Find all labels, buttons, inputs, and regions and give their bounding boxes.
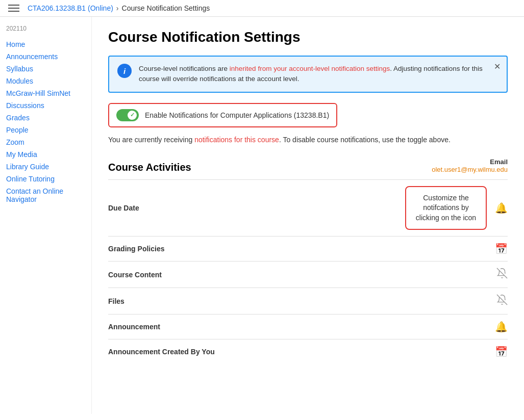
main-layout: 202110 HomeAnnouncementsSyllabusModulesM… <box>0 17 524 414</box>
breadcrumb-course-link[interactable]: CTA206.13238.B1 (Online) <box>28 4 113 12</box>
svg-line-0 <box>497 268 507 278</box>
callout-box: Customize the notifcations by clicking o… <box>405 186 487 230</box>
activity-name: Course Content <box>108 271 162 279</box>
banner-text: Course-level notifications are inherited… <box>139 64 498 85</box>
status-text: You are currently receiving notification… <box>108 135 508 145</box>
breadcrumb: CTA206.13238.B1 (Online) › Course Notifi… <box>28 4 210 12</box>
status-text-highlight: notifications for this course <box>194 136 279 144</box>
sidebar: 202110 HomeAnnouncementsSyllabusModulesM… <box>0 17 92 414</box>
email-label: Email <box>490 158 508 166</box>
sidebar-item-zoom[interactable]: Zoom <box>6 136 85 148</box>
banner-close-button[interactable]: ✕ <box>494 62 501 71</box>
activities-list: Due DateCustomize the notifcations by cl… <box>108 179 508 364</box>
main-content: Course Notification Settings i Course-le… <box>92 17 524 414</box>
sidebar-item-library-guide[interactable]: Library Guide <box>6 161 85 173</box>
breadcrumb-current: Course Notification Settings <box>122 4 210 12</box>
sidebar-item-my-media[interactable]: My Media <box>6 148 85 161</box>
activity-icon-course-content[interactable] <box>496 268 508 281</box>
activity-row: Due DateCustomize the notifcations by cl… <box>108 179 508 237</box>
email-address: olet.user1@my.wilmu.edu <box>432 166 508 173</box>
activity-name: Announcement Created By You <box>108 348 215 356</box>
sidebar-item-mcgraw-hill-simnet[interactable]: McGraw-Hill SimNet <box>6 87 85 99</box>
course-code: 202110 <box>6 25 85 32</box>
activities-header: Course Activities Email olet.user1@my.wi… <box>108 158 508 177</box>
sidebar-item-announcements[interactable]: Announcements <box>6 50 85 63</box>
svg-line-1 <box>497 295 507 305</box>
sidebar-item-syllabus[interactable]: Syllabus <box>6 63 85 75</box>
activity-row: Announcement Created By You📅 <box>108 339 508 364</box>
activity-name: Grading Policies <box>108 245 164 253</box>
page-title: Course Notification Settings <box>108 29 508 45</box>
top-bar: CTA206.13238.B1 (Online) › Course Notifi… <box>0 0 524 17</box>
activity-row: Course Content <box>108 261 508 287</box>
activity-name: Files <box>108 297 124 305</box>
sidebar-item-contact-an-online-navigator[interactable]: Contact an Online Navigator <box>6 185 85 205</box>
activity-row: Grading Policies📅 <box>108 236 508 261</box>
activity-icon-grading-policies[interactable]: 📅 <box>495 243 508 255</box>
activity-name: Due Date <box>108 204 139 212</box>
activity-row: Files <box>108 287 508 314</box>
info-banner: i Course-level notifications are inherit… <box>108 56 508 93</box>
due-date-right: Customize the notifcations by clicking o… <box>405 186 508 230</box>
activity-icon-announcement-created-by-you[interactable]: 📅 <box>495 346 508 358</box>
hamburger-menu[interactable] <box>8 5 19 12</box>
due-date-icon[interactable]: 🔔 <box>495 202 508 214</box>
activity-name: Announcement <box>108 323 160 331</box>
info-icon: i <box>117 64 132 78</box>
sidebar-nav: HomeAnnouncementsSyllabusModulesMcGraw-H… <box>6 38 85 205</box>
banner-text-part1: Course-level notifications are <box>139 65 230 72</box>
sidebar-item-discussions[interactable]: Discussions <box>6 99 85 112</box>
toggle-label: Enable Notifications for Computer Applic… <box>145 111 329 119</box>
breadcrumb-separator: › <box>116 4 119 12</box>
sidebar-item-modules[interactable]: Modules <box>6 75 85 87</box>
toggle-knob <box>128 111 137 120</box>
status-text-part1: You are currently receiving <box>108 136 194 144</box>
sidebar-item-online-tutoring[interactable]: Online Tutoring <box>6 173 85 185</box>
banner-text-highlight: inherited from your account-level notifi… <box>230 65 390 72</box>
sidebar-item-people[interactable]: People <box>6 124 85 136</box>
email-column: Email olet.user1@my.wilmu.edu <box>432 158 508 173</box>
status-text-part2: . To disable course notifications, use t… <box>279 136 451 144</box>
sidebar-item-home[interactable]: Home <box>6 38 85 50</box>
notifications-toggle[interactable] <box>116 109 139 121</box>
activities-heading: Course Activities <box>108 162 191 173</box>
activity-row: Announcement🔔 <box>108 314 508 339</box>
sidebar-item-grades[interactable]: Grades <box>6 112 85 124</box>
toggle-row: Enable Notifications for Computer Applic… <box>108 103 337 127</box>
activity-icon-files[interactable] <box>496 294 508 308</box>
toggle-track <box>116 109 139 121</box>
activity-icon-announcement[interactable]: 🔔 <box>495 321 508 333</box>
